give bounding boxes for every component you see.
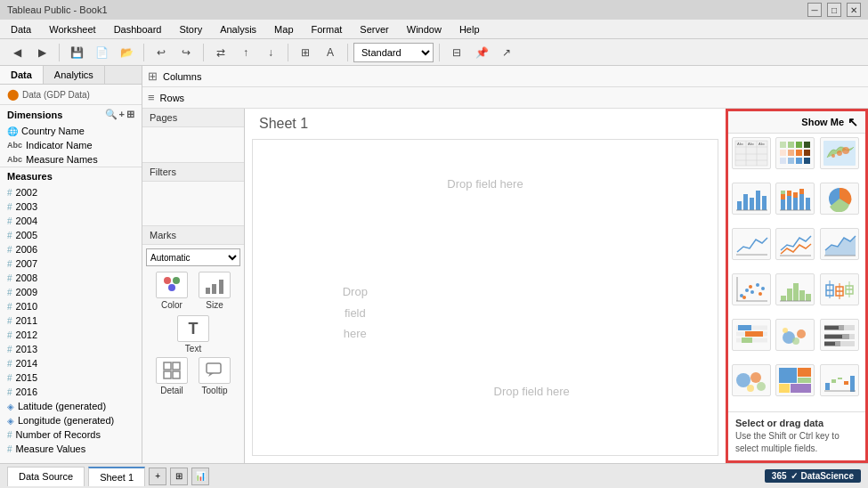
chart-dual-line[interactable]	[775, 228, 815, 260]
chart-line[interactable]	[732, 228, 771, 260]
menu-window[interactable]: Window	[400, 22, 449, 37]
chart-heat-map[interactable]	[775, 137, 815, 169]
toolbar-label[interactable]: A	[319, 42, 342, 63]
toolbar-sep4	[288, 44, 288, 61]
svg-point-63	[761, 287, 765, 290]
chart-gantt[interactable]	[732, 319, 771, 351]
field-2008[interactable]: # 2008	[0, 271, 142, 285]
field-2003[interactable]: # 2003	[0, 199, 142, 214]
sort-icon[interactable]: ⊞	[126, 109, 134, 120]
toolbar-share[interactable]: ↗	[495, 42, 518, 63]
svg-point-64	[742, 296, 746, 299]
tab-data[interactable]: Data	[0, 66, 44, 84]
menu-data[interactable]: Data	[4, 22, 38, 37]
field-2012[interactable]: # 2012	[0, 328, 142, 342]
menu-help[interactable]: Help	[452, 22, 487, 37]
field-measure-names[interactable]: Abc Measure Names	[0, 152, 142, 167]
chart-text-table[interactable]: Abc Abc Abc	[732, 137, 771, 169]
toolbar-swap[interactable]: ⇄	[209, 42, 232, 63]
add-icon[interactable]: +	[119, 109, 125, 120]
chart-pie[interactable]	[820, 183, 859, 215]
chart-bullet[interactable]	[820, 319, 859, 351]
field-latitude[interactable]: ◈ Latitude (generated)	[0, 399, 142, 413]
field-2007[interactable]: # 2007	[0, 256, 142, 271]
field-longitude[interactable]: ◈ Longitude (generated)	[0, 413, 142, 427]
toolbar-table-size[interactable]: ⊟	[445, 42, 468, 63]
chart-waterfall[interactable]	[820, 364, 859, 396]
rows-shelf[interactable]: ≡ Rows	[142, 87, 868, 109]
columns-shelf[interactable]: ⊞ Columns	[142, 66, 868, 87]
new-sheet-button[interactable]: +	[149, 468, 166, 485]
color-button[interactable]: Color	[153, 272, 191, 310]
field-2006[interactable]: # 2006	[0, 242, 142, 256]
field-measure-values[interactable]: # Measure Values	[0, 442, 142, 456]
chart-bar[interactable]	[732, 183, 771, 215]
tab-analytics[interactable]: Analytics	[44, 66, 105, 84]
menu-story[interactable]: Story	[172, 22, 209, 37]
menu-server[interactable]: Server	[353, 22, 395, 37]
chart-box[interactable]	[820, 273, 859, 305]
toolbar-sort-asc[interactable]: ↑	[234, 42, 257, 63]
tooltip-label: Tooltip	[202, 386, 228, 395]
field-num-records[interactable]: # Number of Records	[0, 427, 142, 442]
toolbar-new[interactable]: 📄	[90, 42, 113, 63]
canvas-area[interactable]: Drop field here Drop field here Drop fie…	[252, 139, 718, 456]
menu-dashboard[interactable]: Dashboard	[107, 22, 169, 37]
detail-button[interactable]: Detail	[153, 357, 191, 395]
maximize-button[interactable]: □	[827, 3, 841, 17]
field-indicator-name[interactable]: Abc Indicator Name	[0, 138, 142, 152]
field-country-name[interactable]: 🌐 Country Name	[0, 124, 142, 138]
fit-dropdown[interactable]: Standard Fit Width Fit Height Entire Vie…	[353, 43, 434, 62]
field-2010[interactable]: # 2010	[0, 299, 142, 313]
toolbar-open[interactable]: 📂	[115, 42, 138, 63]
size-button[interactable]: Size	[196, 272, 233, 310]
menu-map[interactable]: Map	[267, 22, 300, 37]
marks-type-dropdown[interactable]: Automatic	[146, 248, 240, 266]
toolbar-forward[interactable]: ▶	[30, 42, 53, 63]
tooltip-button[interactable]: Tooltip	[196, 357, 233, 395]
chart-bubble[interactable]	[775, 319, 815, 351]
field-2015[interactable]: # 2015	[0, 370, 142, 385]
toolbar-redo[interactable]: ↪	[174, 42, 198, 63]
toolbar-fix[interactable]: 📌	[470, 42, 493, 63]
chart-area[interactable]	[820, 228, 859, 260]
toolbar-fit[interactable]: ⊞	[294, 42, 317, 63]
menu-worksheet[interactable]: Worksheet	[42, 22, 102, 37]
chart-scatter[interactable]	[732, 273, 771, 305]
field-2004[interactable]: # 2004	[0, 214, 142, 228]
field-2016[interactable]: # 2016	[0, 385, 142, 399]
sheet1-tab[interactable]: Sheet 1	[88, 467, 145, 486]
chart-treemap[interactable]	[775, 364, 815, 396]
chart-histogram[interactable]	[775, 273, 815, 305]
text-button[interactable]: T Text	[174, 315, 212, 354]
show-me-label: Show Me	[801, 117, 844, 127]
field-2013[interactable]: # 2013	[0, 342, 142, 356]
toolbar-save[interactable]: 💾	[65, 42, 88, 63]
toolbar-back[interactable]: ◀	[5, 42, 28, 63]
drop-hint-left: Drop field here	[343, 281, 368, 344]
menu-analysis[interactable]: Analysis	[213, 22, 264, 37]
field-2005[interactable]: # 2005	[0, 228, 142, 242]
filters-area[interactable]	[142, 182, 244, 226]
data-source-tab[interactable]: Data Source	[7, 467, 85, 486]
close-button[interactable]: ✕	[847, 3, 861, 17]
chart-stacked-bar[interactable]	[775, 183, 815, 215]
chart-map[interactable]	[820, 137, 859, 169]
menu-format[interactable]: Format	[304, 22, 350, 37]
data-source-item[interactable]: ⬤ Data (GDP Data)	[0, 85, 142, 104]
toolbar-sort-desc[interactable]: ↓	[259, 42, 282, 63]
field-2011[interactable]: # 2011	[0, 313, 142, 328]
toolbar-undo[interactable]: ↩	[150, 42, 173, 63]
field-2009[interactable]: # 2009	[0, 285, 142, 299]
minimize-button[interactable]: ─	[807, 3, 822, 17]
field-2014[interactable]: # 2014	[0, 356, 142, 370]
field-2002[interactable]: # 2002	[0, 185, 142, 199]
duplicate-sheet-button[interactable]: ⊞	[170, 468, 188, 485]
hash-icon: #	[7, 202, 12, 212]
svg-rect-46	[787, 196, 791, 210]
search-icon[interactable]: 🔍	[105, 109, 118, 120]
svg-rect-107	[779, 368, 797, 383]
canvas: Sheet 1 Drop field here Drop field here …	[245, 109, 726, 463]
add-dashboard-button[interactable]: 📊	[191, 468, 209, 485]
chart-packed-bubble[interactable]	[732, 364, 771, 396]
